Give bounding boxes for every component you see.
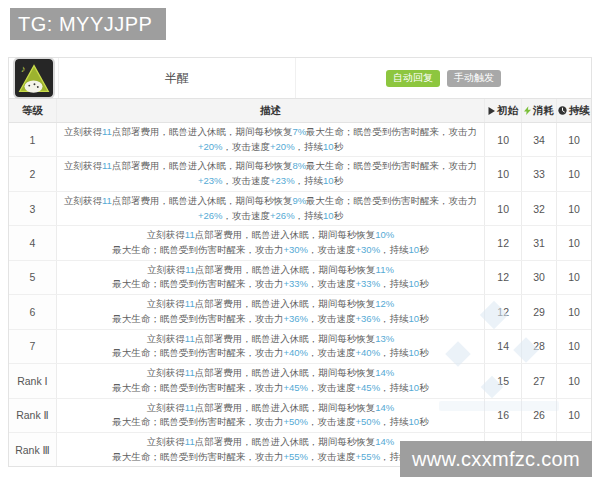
highlight-value: 10 bbox=[409, 312, 420, 327]
highlight-value: +50% bbox=[356, 415, 381, 430]
desc-text: 点部署费用，眠兽进入休眠，期间每秒恢复 bbox=[195, 297, 376, 312]
highlight-value: 10 bbox=[323, 140, 334, 155]
highlight-value: +33% bbox=[356, 277, 381, 292]
highlight-value: +40% bbox=[356, 346, 381, 361]
sp-cost-value: 29 bbox=[522, 295, 557, 328]
desc-text: ，攻击速度 bbox=[308, 381, 356, 396]
level-cell: 2 bbox=[9, 157, 57, 190]
initial-sp-value: 10 bbox=[485, 123, 522, 156]
desc-text: 最大生命；眠兽受到伤害时醒来，攻击力 bbox=[112, 415, 283, 430]
level-cell: Rank Ⅰ bbox=[9, 364, 57, 397]
duration-value: 10 bbox=[557, 295, 591, 328]
highlight-value: +50% bbox=[283, 415, 308, 430]
desc-text: 最大生命；眠兽受到伤害时醒来，攻击力 bbox=[306, 159, 477, 174]
highlight-value: +26% bbox=[198, 209, 223, 224]
highlight-value: +36% bbox=[356, 312, 381, 327]
desc-text: 立刻获得 bbox=[147, 332, 185, 347]
desc-text: 最大生命；眠兽受到伤害时醒来，攻击力 bbox=[112, 277, 283, 292]
sp-cost-column-header: 消耗 bbox=[522, 99, 557, 122]
tg-banner: TG: MYYJJPP bbox=[10, 8, 166, 40]
desc-text: ，持续 bbox=[380, 277, 409, 292]
skill-description: 立刻获得11点部署费用，眠兽进入休眠，期间每秒恢复7%最大生命；眠兽受到伤害时醒… bbox=[57, 123, 485, 156]
initial-sp-value: 12 bbox=[485, 295, 522, 328]
table-row: 2立刻获得11点部署费用，眠兽进入休眠，期间每秒恢复8%最大生命；眠兽受到伤害时… bbox=[9, 157, 591, 191]
highlight-value: +55% bbox=[356, 450, 381, 465]
desc-text: ，攻击速度 bbox=[308, 450, 356, 465]
highlight-value: 10 bbox=[323, 174, 334, 189]
initial-sp-value: 14 bbox=[485, 330, 522, 363]
site-watermark: www.cxxmfzc.com bbox=[400, 441, 592, 477]
desc-text: ，持续 bbox=[380, 415, 409, 430]
table-row: 5立刻获得11点部署费用，眠兽进入休眠，期间每秒恢复11%最大生命；眠兽受到伤害… bbox=[9, 261, 591, 295]
highlight-value: +33% bbox=[283, 277, 308, 292]
desc-text: 立刻获得 bbox=[64, 159, 102, 174]
desc-text: 点部署费用，眠兽进入休眠，期间每秒恢复 bbox=[195, 401, 376, 416]
table-row: Rank Ⅱ立刻获得11点部署费用，眠兽进入休眠，期间每秒恢复14%最大生命；眠… bbox=[9, 399, 591, 433]
desc-text: ，攻击速度 bbox=[223, 209, 271, 224]
skill-description: 立刻获得11点部署费用，眠兽进入休眠，期间每秒恢复8%最大生命；眠兽受到伤害时醒… bbox=[57, 157, 485, 190]
desc-text: 立刻获得 bbox=[147, 228, 185, 243]
desc-text: ，持续 bbox=[380, 346, 409, 361]
desc-text: 秒 bbox=[419, 243, 429, 258]
desc-text: 秒 bbox=[419, 277, 429, 292]
desc-text: 点部署费用，眠兽进入休眠，期间每秒恢复 bbox=[195, 263, 376, 278]
description-column-header: 描述 bbox=[57, 99, 485, 122]
desc-text: 最大生命；眠兽受到伤害时醒来，攻击力 bbox=[112, 381, 283, 396]
desc-text: ，持续 bbox=[380, 243, 409, 258]
desc-text: ，攻击速度 bbox=[308, 415, 356, 430]
highlight-value: 11 bbox=[185, 401, 195, 416]
level-cell: 1 bbox=[9, 123, 57, 156]
skill-description: 立刻获得11点部署费用，眠兽进入休眠，期间每秒恢复9%最大生命；眠兽受到伤害时醒… bbox=[57, 192, 485, 225]
clock-icon bbox=[558, 106, 567, 115]
duration-value: 10 bbox=[557, 261, 591, 294]
play-icon bbox=[488, 107, 495, 115]
level-cell: 6 bbox=[9, 295, 57, 328]
level-cell: Rank Ⅲ bbox=[9, 433, 57, 466]
initial-sp-column-header: 初始 bbox=[485, 99, 522, 122]
initial-sp-value: 15 bbox=[485, 364, 522, 397]
highlight-value: 12% bbox=[375, 297, 394, 312]
auto-recovery-badge: 自动回复 bbox=[386, 70, 440, 87]
duration-value: 10 bbox=[557, 399, 591, 432]
desc-text: ，持续 bbox=[295, 209, 324, 224]
highlight-value: 13% bbox=[375, 332, 394, 347]
desc-text: ，攻击速度 bbox=[223, 174, 271, 189]
highlight-value: 10 bbox=[409, 243, 420, 258]
sleeping-beast-skill-icon: ♪ bbox=[15, 59, 53, 97]
skill-description: 立刻获得11点部署费用，眠兽进入休眠，期间每秒恢复14%最大生命；眠兽受到伤害时… bbox=[57, 364, 485, 397]
desc-text: 点部署费用，眠兽进入休眠，期间每秒恢复 bbox=[195, 332, 376, 347]
table-header-row: 等级 描述 初始 消耗 持续 bbox=[9, 99, 591, 123]
skill-description: 立刻获得11点部署费用，眠兽进入休眠，期间每秒恢复11%最大生命；眠兽受到伤害时… bbox=[57, 261, 485, 294]
desc-text: ，攻击速度 bbox=[308, 346, 356, 361]
desc-text: 立刻获得 bbox=[64, 194, 102, 209]
desc-text: 秒 bbox=[419, 312, 429, 327]
skill-icon-cell: ♪ bbox=[9, 58, 59, 98]
table-row: 1立刻获得11点部署费用，眠兽进入休眠，期间每秒恢复7%最大生命；眠兽受到伤害时… bbox=[9, 123, 591, 157]
desc-text: ，持续 bbox=[380, 381, 409, 396]
duration-column-header: 持续 bbox=[557, 99, 591, 122]
desc-text: 秒 bbox=[334, 174, 344, 189]
duration-value: 10 bbox=[557, 364, 591, 397]
highlight-value: 9% bbox=[292, 194, 306, 209]
level-cell: 4 bbox=[9, 226, 57, 259]
desc-text: 点部署费用，眠兽进入休眠，期间每秒恢复 bbox=[112, 159, 293, 174]
highlight-value: 10 bbox=[409, 381, 420, 396]
desc-text: 秒 bbox=[419, 381, 429, 396]
level-column-header: 等级 bbox=[9, 99, 57, 122]
manual-trigger-badge: 手动触发 bbox=[447, 70, 501, 87]
desc-text: 点部署费用，眠兽进入休眠，期间每秒恢复 bbox=[195, 228, 376, 243]
initial-sp-value: 10 bbox=[485, 192, 522, 225]
skill-description: 立刻获得11点部署费用，眠兽进入休眠，期间每秒恢复10%最大生命；眠兽受到伤害时… bbox=[57, 226, 485, 259]
table-row: Rank Ⅰ立刻获得11点部署费用，眠兽进入休眠，期间每秒恢复14%最大生命；眠… bbox=[9, 364, 591, 398]
highlight-value: 10 bbox=[323, 209, 334, 224]
desc-text: 最大生命；眠兽受到伤害时醒来，攻击力 bbox=[112, 450, 283, 465]
sp-cost-value: 27 bbox=[522, 364, 557, 397]
highlight-value: +55% bbox=[283, 450, 308, 465]
highlight-value: 11 bbox=[185, 228, 195, 243]
highlight-value: 7% bbox=[292, 125, 306, 140]
highlight-value: 11 bbox=[185, 435, 195, 450]
highlight-value: +40% bbox=[283, 346, 308, 361]
level-cell: 3 bbox=[9, 192, 57, 225]
table-row: 7立刻获得11点部署费用，眠兽进入休眠，期间每秒恢复13%最大生命；眠兽受到伤害… bbox=[9, 330, 591, 364]
skill-name: 半醒 bbox=[59, 58, 296, 98]
